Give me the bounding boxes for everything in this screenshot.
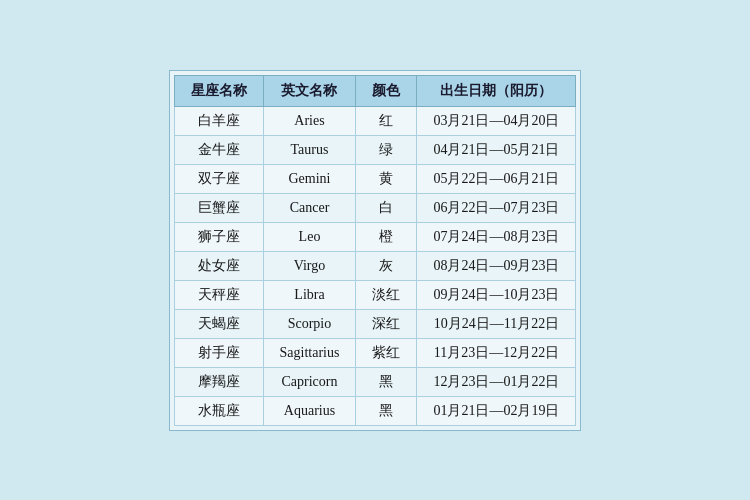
cell-chinese-name: 狮子座 — [174, 222, 263, 251]
cell-color: 紫红 — [356, 338, 417, 367]
cell-dates: 09月24日—10月23日 — [417, 280, 576, 309]
cell-chinese-name: 巨蟹座 — [174, 193, 263, 222]
table-row: 摩羯座Capricorn黑12月23日—01月22日 — [174, 367, 576, 396]
cell-english-name: Scorpio — [263, 309, 356, 338]
header-color: 颜色 — [356, 75, 417, 106]
cell-chinese-name: 处女座 — [174, 251, 263, 280]
cell-english-name: Virgo — [263, 251, 356, 280]
cell-dates: 11月23日—12月22日 — [417, 338, 576, 367]
cell-color: 淡红 — [356, 280, 417, 309]
table-row: 射手座Sagittarius紫红11月23日—12月22日 — [174, 338, 576, 367]
cell-english-name: Leo — [263, 222, 356, 251]
table-row: 处女座Virgo灰08月24日—09月23日 — [174, 251, 576, 280]
header-dates: 出生日期（阳历） — [417, 75, 576, 106]
cell-english-name: Aries — [263, 106, 356, 135]
cell-dates: 05月22日—06月21日 — [417, 164, 576, 193]
cell-chinese-name: 射手座 — [174, 338, 263, 367]
cell-english-name: Gemini — [263, 164, 356, 193]
zodiac-table: 星座名称 英文名称 颜色 出生日期（阳历） 白羊座Aries红03月21日—04… — [174, 75, 577, 426]
header-english-name: 英文名称 — [263, 75, 356, 106]
cell-color: 深红 — [356, 309, 417, 338]
cell-chinese-name: 双子座 — [174, 164, 263, 193]
cell-dates: 03月21日—04月20日 — [417, 106, 576, 135]
header-chinese-name: 星座名称 — [174, 75, 263, 106]
cell-dates: 08月24日—09月23日 — [417, 251, 576, 280]
cell-color: 绿 — [356, 135, 417, 164]
cell-color: 黄 — [356, 164, 417, 193]
cell-color: 白 — [356, 193, 417, 222]
table-row: 巨蟹座Cancer白06月22日—07月23日 — [174, 193, 576, 222]
cell-dates: 01月21日—02月19日 — [417, 396, 576, 425]
cell-chinese-name: 天秤座 — [174, 280, 263, 309]
table-row: 天秤座Libra淡红09月24日—10月23日 — [174, 280, 576, 309]
cell-color: 红 — [356, 106, 417, 135]
cell-dates: 04月21日—05月21日 — [417, 135, 576, 164]
cell-english-name: Aquarius — [263, 396, 356, 425]
cell-dates: 07月24日—08月23日 — [417, 222, 576, 251]
cell-chinese-name: 金牛座 — [174, 135, 263, 164]
cell-color: 黑 — [356, 367, 417, 396]
cell-english-name: Sagittarius — [263, 338, 356, 367]
cell-dates: 06月22日—07月23日 — [417, 193, 576, 222]
cell-color: 橙 — [356, 222, 417, 251]
cell-color: 灰 — [356, 251, 417, 280]
cell-english-name: Libra — [263, 280, 356, 309]
table-row: 狮子座Leo橙07月24日—08月23日 — [174, 222, 576, 251]
cell-chinese-name: 摩羯座 — [174, 367, 263, 396]
cell-english-name: Cancer — [263, 193, 356, 222]
cell-english-name: Taurus — [263, 135, 356, 164]
cell-chinese-name: 水瓶座 — [174, 396, 263, 425]
table-row: 天蝎座Scorpio深红10月24日—11月22日 — [174, 309, 576, 338]
cell-dates: 10月24日—11月22日 — [417, 309, 576, 338]
cell-dates: 12月23日—01月22日 — [417, 367, 576, 396]
table-row: 白羊座Aries红03月21日—04月20日 — [174, 106, 576, 135]
table-header-row: 星座名称 英文名称 颜色 出生日期（阳历） — [174, 75, 576, 106]
table-row: 金牛座Taurus绿04月21日—05月21日 — [174, 135, 576, 164]
cell-color: 黑 — [356, 396, 417, 425]
table-row: 双子座Gemini黄05月22日—06月21日 — [174, 164, 576, 193]
cell-english-name: Capricorn — [263, 367, 356, 396]
cell-chinese-name: 天蝎座 — [174, 309, 263, 338]
table-row: 水瓶座Aquarius黑01月21日—02月19日 — [174, 396, 576, 425]
zodiac-table-container: 星座名称 英文名称 颜色 出生日期（阳历） 白羊座Aries红03月21日—04… — [169, 70, 582, 431]
cell-chinese-name: 白羊座 — [174, 106, 263, 135]
